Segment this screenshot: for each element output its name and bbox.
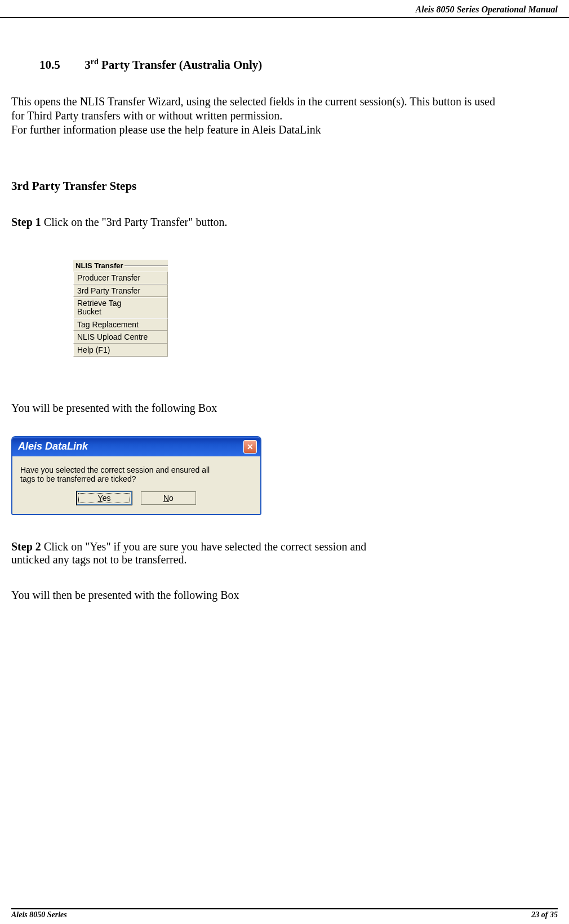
close-icon[interactable]: ✕	[243, 440, 257, 454]
nlis-transfer-toolbar: NLIS Transfer Producer Transfer 3rd Part…	[73, 260, 168, 357]
steps-heading: 3rd Party Transfer Steps	[11, 179, 558, 193]
step-2: Step 2 Click on "Yes" if you are sure yo…	[11, 540, 558, 566]
intro-line-1: This opens the NLIS Transfer Wizard, usi…	[11, 95, 495, 108]
page-header: Aleis 8050 Series Operational Manual	[0, 0, 569, 18]
no-button[interactable]: No	[141, 491, 196, 505]
step-2-text-2: unticked any tags not to be transferred.	[11, 553, 187, 566]
yes-button[interactable]: Yes	[77, 491, 132, 505]
dialog-title-text: Aleis DataLink	[18, 441, 88, 452]
toolbar-item-nlis-upload-centre[interactable]: NLIS Upload Centre	[73, 331, 168, 344]
section-title-prefix: 3	[85, 58, 91, 72]
toolbar-item-producer-transfer[interactable]: Producer Transfer	[73, 272, 168, 285]
toolbar-item-tag-replacement[interactable]: Tag Replacement	[73, 318, 168, 331]
after-toolbar-text: You will be presented with the following…	[11, 402, 558, 415]
dialog-titlebar: Aleis DataLink ✕	[12, 437, 260, 456]
intro-paragraph: This opens the NLIS Transfer Wizard, usi…	[11, 95, 558, 137]
section-title-rest: Party Transfer (Australia Only)	[99, 58, 262, 72]
toolbar-item-help[interactable]: Help (F1)	[73, 344, 168, 357]
step-2-label: Step 2	[11, 540, 41, 553]
dialog-buttons: Yes No	[20, 483, 252, 505]
dialog-body: Have you selected the correct session an…	[12, 456, 260, 514]
intro-line-3: For further information please use the h…	[11, 123, 321, 136]
after-step2-text: You will then be presented with the foll…	[11, 589, 558, 602]
step-1-text: Click on the "3rd Party Transfer" button…	[41, 216, 228, 228]
section-heading: 10.5 3rd Party Transfer (Australia Only)	[11, 57, 558, 72]
step-2-text-1: Click on "Yes" if you are sure you have …	[41, 540, 366, 553]
dialog-message-line-2: tags to be transferred are ticked?	[20, 474, 252, 483]
page-footer: Aleis 8050 Series 23 of 35	[11, 908, 558, 919]
toolbar-title-row: NLIS Transfer	[73, 260, 168, 272]
confirm-dialog: Aleis DataLink ✕ Have you selected the c…	[11, 436, 261, 515]
toolbar-title-line	[125, 265, 168, 266]
toolbar-title: NLIS Transfer	[75, 261, 123, 270]
toolbar-item-3rd-party-transfer[interactable]: 3rd Party Transfer	[73, 285, 168, 297]
toolbar-item-retrieve-tag-bucket[interactable]: Retrieve TagBucket	[73, 297, 168, 318]
dialog-message-line-1: Have you selected the correct session an…	[20, 465, 252, 474]
footer-left: Aleis 8050 Series	[11, 910, 67, 919]
intro-line-2: for Third Party transfers with or withou…	[11, 109, 282, 122]
step-1: Step 1 Click on the "3rd Party Transfer"…	[11, 216, 558, 229]
step-1-label: Step 1	[11, 216, 41, 228]
manual-title: Aleis 8050 Series Operational Manual	[416, 5, 558, 14]
footer-right: 23 of 35	[531, 910, 558, 919]
section-number: 10.5	[39, 58, 82, 72]
toolbar-item-retrieve-label: Retrieve TagBucket	[77, 299, 121, 316]
section-title-sup: rd	[91, 57, 99, 66]
